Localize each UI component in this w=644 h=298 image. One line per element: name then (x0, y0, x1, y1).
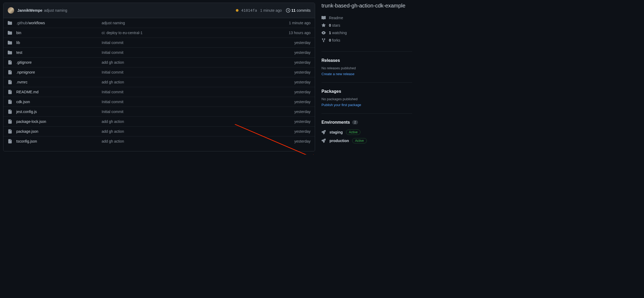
file-browser: JannikWempe adjust naming 41014fa 1 minu… (3, 3, 315, 151)
file-row[interactable]: README.mdInitial commityesterday (3, 87, 315, 97)
book-icon (321, 16, 326, 20)
file-commit-msg[interactable]: Initial commit (102, 70, 294, 74)
file-name[interactable]: package-lock.json (16, 119, 102, 124)
file-time: yesterday (294, 90, 311, 94)
readme-link[interactable]: Readme (321, 14, 412, 22)
file-time: 13 hours ago (289, 31, 311, 35)
repo-name[interactable]: trunk-based-gh-action-cdk-example (321, 3, 412, 9)
environments-count: 2 (352, 120, 358, 124)
file-row[interactable]: package.jsonadd gh actionyesterday (3, 126, 315, 136)
packages-section: Packages No packages published Publish y… (321, 82, 412, 113)
file-commit-msg[interactable]: add gh action (102, 80, 294, 84)
publish-package-link[interactable]: Publish your first package (321, 103, 361, 107)
rocket-icon (321, 130, 326, 134)
folder-icon (8, 31, 12, 35)
environment-name: staging (329, 130, 343, 134)
environments-section: Environments 2 stagingActiveproductionAc… (321, 113, 412, 151)
about-list: Readme 0stars 1watching 0forks (321, 14, 412, 44)
file-icon (8, 139, 12, 143)
file-icon (8, 129, 12, 134)
folder-icon (8, 41, 12, 45)
file-icon (8, 119, 12, 124)
latest-commit-bar: JannikWempe adjust naming 41014fa 1 minu… (3, 3, 315, 18)
file-row[interactable]: jest.config.jsInitial commityesterday (3, 107, 315, 116)
file-row[interactable]: .npmignoreInitial commityesterday (3, 67, 315, 77)
file-row[interactable]: testInitial commityesterday (3, 47, 315, 57)
file-name[interactable]: .npmignore (16, 70, 102, 74)
file-commit-msg[interactable]: add gh action (102, 60, 294, 65)
file-time: yesterday (294, 119, 311, 124)
file-row[interactable]: .nvmrcadd gh actionyesterday (3, 77, 315, 87)
forks-link[interactable]: 0forks (321, 37, 412, 44)
packages-heading[interactable]: Packages (321, 89, 412, 94)
file-commit-msg[interactable]: ci: deploy to eu-central-1 (102, 31, 289, 35)
history-icon (286, 8, 290, 13)
file-name[interactable]: .gitignore (16, 60, 102, 65)
file-time: 1 minute ago (289, 21, 311, 25)
file-commit-msg[interactable]: Initial commit (102, 50, 294, 55)
file-time: yesterday (294, 129, 311, 134)
file-name[interactable]: package.json (16, 129, 102, 134)
watching-link[interactable]: 1watching (321, 29, 412, 37)
create-release-link[interactable]: Create a new release (321, 72, 355, 76)
folder-icon (8, 50, 12, 55)
file-commit-msg[interactable]: adjust naming (102, 21, 289, 25)
file-commit-msg[interactable]: add gh action (102, 119, 294, 124)
file-commit-msg[interactable]: Initial commit (102, 110, 294, 114)
file-icon (8, 70, 12, 74)
file-row[interactable]: tsconfig.jsonadd gh actionyesterday (3, 136, 315, 146)
file-name[interactable]: test (16, 50, 102, 55)
commit-author[interactable]: JannikWempe (17, 8, 42, 13)
stars-link[interactable]: 0stars (321, 22, 412, 29)
file-row[interactable]: .gitignoreadd gh actionyesterday (3, 57, 315, 67)
file-row[interactable]: .github/workflowsadjust naming1 minute a… (3, 18, 315, 28)
file-name[interactable]: README.md (16, 90, 102, 94)
file-commit-msg[interactable]: add gh action (102, 139, 294, 143)
file-name[interactable]: jest.config.js (16, 110, 102, 114)
file-name[interactable]: bin (16, 31, 102, 35)
file-row[interactable]: package-lock.jsonadd gh actionyesterday (3, 116, 315, 126)
packages-empty: No packages published (321, 97, 412, 101)
environments-heading[interactable]: Environments 2 (321, 120, 412, 125)
fork-icon (321, 38, 326, 42)
file-time: yesterday (294, 60, 311, 65)
file-time: yesterday (294, 80, 311, 84)
commit-sha[interactable]: 41014fa (241, 8, 257, 13)
commits-label: commits (297, 8, 311, 13)
file-name[interactable]: tsconfig.json (16, 139, 102, 143)
commit-message[interactable]: adjust naming (44, 8, 67, 13)
file-name[interactable]: .nvmrc (16, 80, 102, 84)
file-time: yesterday (294, 110, 311, 114)
eye-icon (321, 31, 326, 35)
file-icon (8, 80, 12, 84)
environment-item[interactable]: stagingActive (321, 128, 412, 136)
file-name[interactable]: cdk.json (16, 100, 102, 104)
commit-time: 1 minute ago (260, 8, 282, 13)
file-row[interactable]: libInitial commityesterday (3, 38, 315, 47)
avatar[interactable] (8, 7, 14, 14)
file-commit-msg[interactable]: Initial commit (102, 41, 294, 45)
releases-section: Releases No releases published Create a … (321, 51, 412, 82)
releases-heading[interactable]: Releases (321, 58, 412, 63)
star-icon (321, 23, 326, 27)
file-commit-msg[interactable]: Initial commit (102, 90, 294, 94)
file-commit-msg[interactable]: add gh action (102, 129, 294, 134)
commits-link[interactable]: 11 commits (286, 8, 311, 13)
file-time: yesterday (294, 100, 311, 104)
environment-name: production (329, 139, 349, 143)
environment-item[interactable]: productionActive (321, 136, 412, 145)
commits-count: 11 (291, 8, 296, 13)
file-name[interactable]: lib (16, 41, 102, 45)
file-commit-msg[interactable]: Initial commit (102, 100, 294, 104)
environment-status-badge: Active (346, 130, 361, 135)
file-time: yesterday (294, 139, 311, 143)
file-row[interactable]: cdk.jsonInitial commityesterday (3, 97, 315, 107)
file-icon (8, 90, 12, 94)
environment-status-badge: Active (352, 138, 367, 143)
ci-status-pending-icon[interactable] (236, 9, 238, 12)
file-time: yesterday (294, 50, 311, 55)
file-name[interactable]: .github/workflows (16, 21, 102, 25)
file-icon (8, 60, 12, 65)
file-row[interactable]: binci: deploy to eu-central-113 hours ag… (3, 28, 315, 38)
file-icon (8, 110, 12, 114)
